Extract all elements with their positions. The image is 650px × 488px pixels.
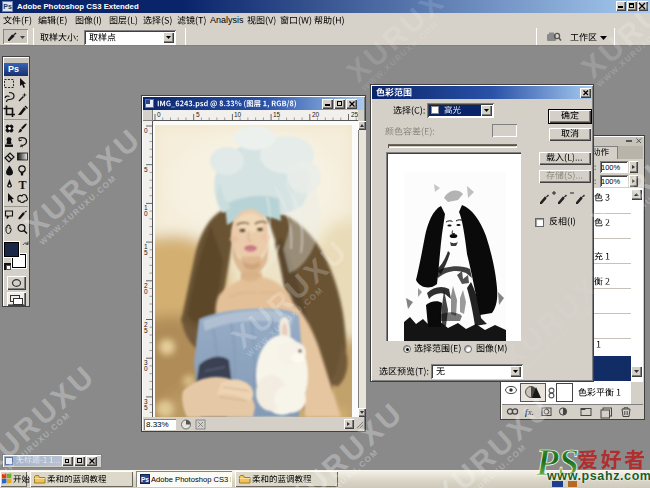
svg-text:5: 5 <box>196 111 200 118</box>
svg-text:0: 0 <box>144 288 148 295</box>
svg-text:0: 0 <box>144 127 148 134</box>
svg-text:0: 0 <box>144 365 148 372</box>
svg-text:0: 0 <box>144 210 148 217</box>
svg-text:0: 0 <box>157 111 161 118</box>
svg-text:15: 15 <box>273 111 281 118</box>
svg-text:5: 5 <box>144 404 148 411</box>
svg-text:10: 10 <box>234 111 242 118</box>
svg-text:20: 20 <box>312 111 320 118</box>
svg-text:5: 5 <box>144 249 148 256</box>
svg-text:5: 5 <box>144 327 148 334</box>
svg-text:T: T <box>19 178 27 192</box>
svg-text:5: 5 <box>144 166 148 173</box>
svg-text:25: 25 <box>351 111 358 118</box>
